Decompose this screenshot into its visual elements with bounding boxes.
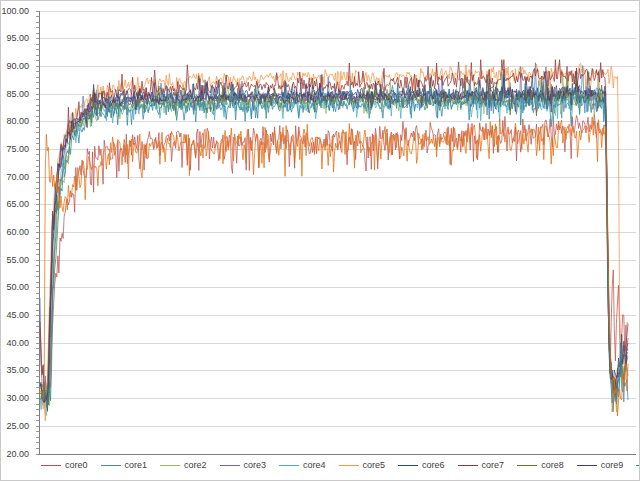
series-line-core4	[40, 71, 628, 416]
legend-item-core8: core8	[517, 460, 564, 470]
legend-label: core2	[184, 460, 207, 470]
legend-item-core3: core3	[220, 460, 267, 470]
legend-line-swatch	[458, 465, 478, 466]
legend-line-swatch	[398, 465, 418, 466]
legend-line-swatch	[517, 465, 537, 466]
series-line-core10	[40, 81, 628, 408]
legend-item-core5: core5	[339, 460, 386, 470]
legend-label: core3	[244, 460, 267, 470]
y-axis-label: 85.00	[6, 90, 29, 99]
legend-item-core0: core0	[41, 460, 88, 470]
legend-line-swatch	[220, 465, 240, 466]
legend-label: core1	[125, 460, 148, 470]
legend-line-swatch	[636, 465, 640, 466]
series-lines	[40, 60, 628, 421]
series-line-core8	[40, 76, 628, 405]
legend-label: core6	[422, 460, 445, 470]
legend-item-core1: core1	[101, 460, 148, 470]
y-axis-label: 40.00	[6, 339, 29, 348]
y-axis-label: 60.00	[6, 228, 29, 237]
legend-line-swatch	[279, 465, 299, 466]
legend-line-swatch	[577, 465, 597, 466]
y-axis-label: 30.00	[6, 394, 29, 403]
y-axis-labels: 100.0095.0090.0085.0080.0075.0070.0065.0…	[1, 1, 35, 481]
y-axis-label: 70.00	[6, 173, 29, 182]
legend-label: core8	[541, 460, 564, 470]
legend-label: core0	[65, 460, 88, 470]
legend-label: core4	[303, 460, 326, 470]
y-axis-label: 80.00	[6, 117, 29, 126]
series-line-core6	[40, 69, 628, 411]
legend-line-swatch	[339, 465, 359, 466]
plot-svg	[1, 1, 640, 481]
y-axis-label: 50.00	[6, 283, 29, 292]
legend-item-core10: core10	[636, 460, 640, 470]
legend-label: core5	[363, 460, 386, 470]
legend-item-core4: core4	[279, 460, 326, 470]
y-axis-label: 100.00	[1, 7, 29, 16]
y-axis-label: 65.00	[6, 200, 29, 209]
legend-line-swatch	[160, 465, 180, 466]
legend-item-core7: core7	[458, 460, 505, 470]
series-line-core9	[40, 68, 628, 402]
legend-label: core9	[601, 460, 624, 470]
legend-line-swatch	[101, 465, 121, 466]
legend-item-core9: core9	[577, 460, 624, 470]
y-axis-label: 45.00	[6, 311, 29, 320]
legend-item-core2: core2	[160, 460, 207, 470]
y-axis-label: 75.00	[6, 145, 29, 154]
y-axis-label: 55.00	[6, 256, 29, 265]
y-axis-label: 35.00	[6, 366, 29, 375]
y-axis-label: 20.00	[6, 450, 29, 459]
y-axis-label: 95.00	[6, 34, 29, 43]
legend-item-core6: core6	[398, 460, 445, 470]
y-axis-label: 90.00	[6, 62, 29, 71]
legend-line-swatch	[41, 465, 61, 466]
legend: core0 core1 core2 core3 core4 core5 core…	[41, 457, 631, 473]
chart-area: 100.0095.0090.0085.0080.0075.0070.0065.0…	[0, 0, 640, 481]
y-axis-label: 25.00	[6, 422, 29, 431]
legend-label: core7	[482, 460, 505, 470]
